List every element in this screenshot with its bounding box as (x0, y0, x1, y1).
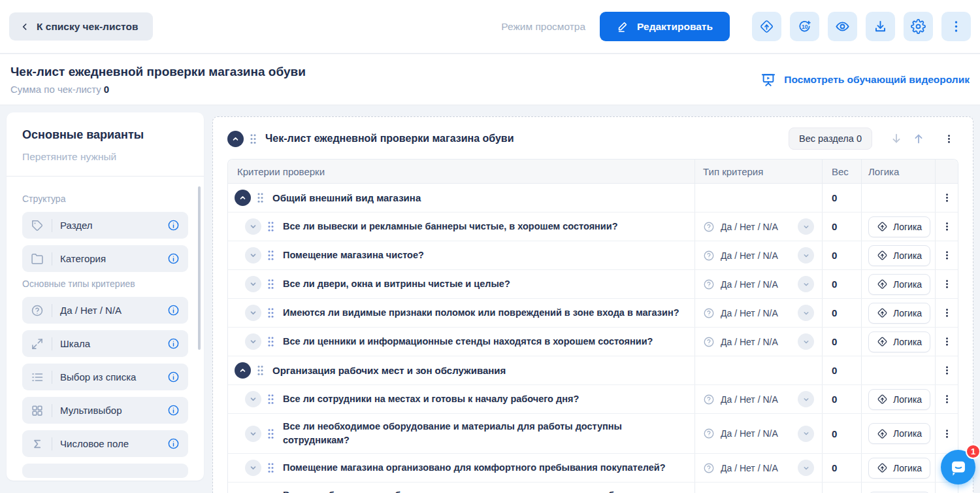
category-menu-button[interactable] (939, 364, 954, 378)
sidebar-item-tag[interactable]: Раздел (22, 212, 188, 239)
toolbar-settings-button[interactable] (904, 12, 933, 41)
edit-button[interactable]: Редактировать (600, 12, 730, 41)
criterion-menu-button[interactable] (939, 392, 954, 407)
sidebar-item-scale[interactable]: Шкала (22, 330, 188, 357)
chevron-down-icon (802, 430, 810, 437)
info-icon[interactable] (167, 337, 180, 350)
info-icon[interactable] (167, 437, 180, 450)
criterion-main-cell: Все ли сотрудники на местах и готовы к н… (228, 385, 694, 413)
info-icon[interactable] (167, 371, 180, 383)
criterion-drag-handle[interactable] (267, 279, 274, 290)
criterion-expand-button[interactable] (245, 218, 261, 235)
criterion-expand-button[interactable] (245, 247, 261, 264)
back-to-checklists-button[interactable]: К списку чек-листов (9, 12, 153, 41)
sidebar-item-sigma[interactable]: Числовое поле (22, 430, 188, 457)
criterion-expand-button[interactable] (245, 391, 261, 407)
sidebar-item-label: Выбор из списка (60, 371, 167, 382)
toolbar-download-button[interactable] (866, 12, 895, 41)
info-icon[interactable] (167, 252, 180, 265)
criterion-menu-button[interactable] (939, 335, 954, 349)
criterion-weight-cell[interactable]: 0 (822, 385, 861, 413)
criterion-weight-cell[interactable]: 0 (822, 328, 861, 356)
tutorial-video-link[interactable]: Посмотреть обучающий видеоролик (760, 72, 970, 88)
move-section-up-button[interactable] (912, 132, 925, 145)
criterion-weight-cell[interactable]: 0 (822, 414, 861, 453)
criterion-drag-handle[interactable] (267, 221, 274, 232)
criterion-expand-button[interactable] (245, 276, 261, 292)
sidebar-item-grid[interactable]: Мультивыбор (22, 397, 188, 424)
criterion-weight-cell[interactable]: 0 (822, 241, 861, 269)
criterion-expand-button[interactable] (245, 460, 261, 476)
criterion-weight-cell[interactable]: 0 (822, 454, 861, 482)
section-collapse-button[interactable] (227, 131, 244, 147)
category-collapse-button[interactable] (235, 362, 251, 379)
chevron-up-icon (238, 194, 247, 202)
toolbar-counter-10-button[interactable]: 10 (790, 12, 819, 41)
criterion-drag-handle[interactable] (267, 462, 274, 473)
section-menu-button[interactable] (941, 131, 956, 146)
criterion-menu-button[interactable] (939, 277, 954, 292)
criterion-type-dropdown[interactable] (798, 333, 814, 350)
criterion-drag-handle[interactable] (267, 250, 274, 261)
info-icon[interactable] (167, 404, 180, 416)
criterion-type-dropdown[interactable] (798, 426, 814, 442)
toolbar-eye-button[interactable] (828, 12, 857, 41)
sidebar-item-folder[interactable]: Категория (22, 245, 188, 272)
criterion-weight-cell[interactable]: 0 (822, 212, 861, 241)
criterion-text: Все ли сотрудники на местах и готовы к н… (283, 392, 579, 406)
sidebar-item-label: Числовое поле (60, 438, 167, 449)
criterion-weight-cell[interactable]: 0 (822, 270, 861, 298)
criterion-weight-value: 0 (832, 307, 837, 318)
sidebar-item-label: Категория (60, 253, 167, 264)
criterion-row: Помещение магазина чистое?Да / Нет / N/A… (228, 241, 958, 270)
criterion-menu-button[interactable] (939, 426, 954, 441)
toolbar-logic-button[interactable] (752, 12, 781, 41)
logic-button[interactable]: Логика (868, 458, 930, 479)
logic-button[interactable]: Логика (868, 303, 930, 324)
move-section-down-button[interactable] (890, 132, 903, 145)
category-drag-handle[interactable] (257, 192, 264, 203)
criterion-drag-handle[interactable] (267, 428, 274, 439)
criterion-menu-button[interactable] (939, 248, 954, 263)
criterion-menu-button[interactable] (939, 306, 954, 320)
chevron-down-icon (249, 222, 257, 231)
criterion-type-dropdown[interactable] (798, 218, 814, 235)
criterion-expand-button[interactable] (245, 305, 261, 321)
sidebar-scrollbar[interactable] (198, 186, 201, 350)
criterion-text: Все ли вывески и рекламные баннеры чисты… (283, 220, 618, 233)
table-header-row: Критерии проверкиТип критерияВесЛогика (228, 160, 958, 184)
info-icon[interactable] (167, 219, 180, 231)
criterion-drag-handle[interactable] (267, 394, 274, 405)
category-weight-cell: 0 (822, 184, 861, 212)
category-menu-button[interactable] (939, 191, 954, 205)
section-drag-handle[interactable] (250, 133, 257, 144)
criterion-type-cell: Да / Нет / N/A (694, 299, 822, 327)
criterion-type-dropdown[interactable] (798, 391, 814, 407)
criterion-menu-button[interactable] (939, 220, 954, 234)
sidebar-item-question[interactable]: Да / Нет / N/A (22, 297, 188, 324)
criterion-type-dropdown[interactable] (798, 305, 814, 321)
logic-button[interactable]: Логика (868, 389, 930, 410)
logic-button[interactable]: Логика (868, 216, 930, 237)
question-circle-icon (703, 428, 715, 439)
logic-button[interactable]: Логика (868, 274, 930, 295)
criterion-expand-button[interactable] (245, 333, 261, 350)
criterion-expand-button[interactable] (245, 426, 261, 442)
category-drag-handle[interactable] (257, 365, 264, 376)
logic-button[interactable]: Логика (868, 332, 930, 352)
logic-button[interactable]: Логика (868, 423, 930, 444)
criterion-type-dropdown[interactable] (798, 247, 814, 264)
criterion-drag-handle[interactable] (267, 336, 274, 347)
tag-icon (31, 219, 44, 232)
criterion-weight-cell[interactable]: 0 (822, 299, 861, 327)
criterion-type-dropdown[interactable] (798, 460, 814, 476)
sidebar-header: Основные варианты Перетяните нужный (7, 112, 204, 176)
sidebar-item-list[interactable]: Выбор из списка (22, 364, 188, 390)
criterion-drag-handle[interactable] (267, 307, 274, 318)
category-collapse-button[interactable] (235, 190, 251, 206)
toolbar-more-button[interactable] (941, 12, 971, 41)
criterion-weight-cell[interactable]: 0 (822, 483, 861, 493)
info-icon[interactable] (167, 304, 180, 316)
logic-button[interactable]: Логика (868, 245, 930, 266)
criterion-type-dropdown[interactable] (798, 276, 814, 292)
